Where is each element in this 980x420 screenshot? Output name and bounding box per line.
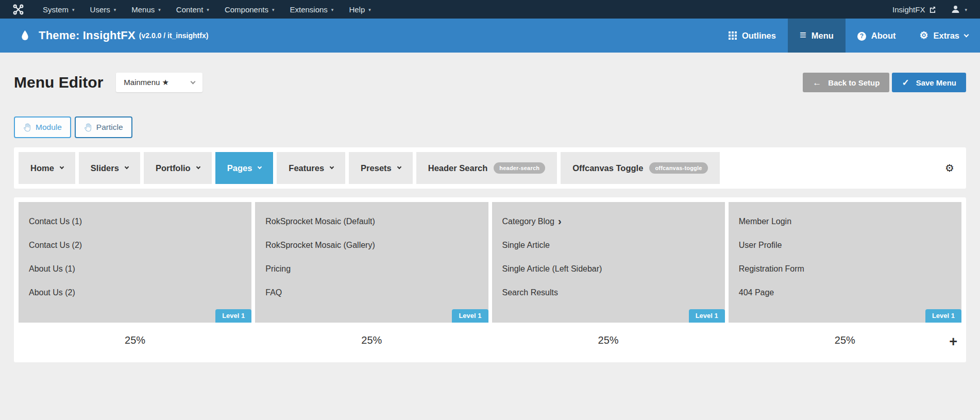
menu-level-panel[interactable]: Category Blog›Single ArticleSingle Artic… — [492, 202, 725, 323]
chevron-down-icon — [125, 165, 129, 169]
admin-menu-system[interactable]: System▾ — [35, 0, 82, 19]
page-title: Menu Editor — [14, 74, 103, 91]
menu-item-about-us-1[interactable]: About Us (1) — [29, 257, 251, 281]
menu-column-4: Member LoginUser ProfileRegistration For… — [729, 202, 961, 358]
column-width-label: 25% — [729, 323, 961, 358]
column-width-label: 25% — [255, 323, 488, 358]
site-preview-link[interactable]: InsightFX — [892, 5, 936, 14]
theme-nav-about[interactable]: ?About — [846, 19, 908, 53]
menu-item-single-article-left-sidebar[interactable]: Single Article (Left Sidebar) — [502, 257, 725, 281]
user-menu[interactable]: ▾ — [951, 5, 967, 13]
menu-item-roksprocket-mosaic-gallery[interactable]: RokSprocket Mosaic (Gallery) — [265, 233, 488, 257]
menu-level-panel[interactable]: Contact Us (1)Contact Us (2)About Us (1)… — [19, 202, 251, 323]
menu-item-label: Single Article (Left Sidebar) — [502, 264, 602, 274]
tab-label: Features — [289, 163, 324, 173]
tab-label: Presets — [361, 163, 392, 173]
menu-tab-bar: HomeSlidersPortfolioPagesFeaturesPresets… — [14, 147, 966, 189]
chevron-down-icon — [60, 165, 64, 169]
menu-item-label: Search Results — [502, 288, 559, 297]
admin-menu-components[interactable]: Components▾ — [217, 0, 282, 19]
save-menu-button[interactable]: ✓ Save Menu — [892, 73, 966, 92]
menu-item-faq[interactable]: FAQ — [265, 281, 488, 305]
tab-offcanvas-toggle[interactable]: Offcanvas Toggleoffcanvas-toggle — [561, 152, 719, 184]
menu-icon: ≡ — [800, 30, 806, 41]
tab-label: Offcanvas Toggle — [572, 163, 643, 173]
tab-particle-badge: header-search — [494, 162, 545, 174]
tab-presets[interactable]: Presets — [349, 152, 413, 184]
back-to-setup-button[interactable]: ← Back to Setup — [803, 73, 889, 92]
admin-menu-label: Components — [225, 5, 268, 14]
admin-menu-menus[interactable]: Menus▾ — [124, 0, 168, 19]
module-drag-button[interactable]: Module — [14, 116, 71, 138]
gear-icon: ⚙ — [920, 30, 928, 41]
chevron-down-icon: ▾ — [72, 7, 75, 12]
menu-item-label: User Profile — [739, 241, 782, 250]
admin-menu-users[interactable]: Users▾ — [82, 0, 124, 19]
menu-item-category-blog[interactable]: Category Blog› — [502, 210, 725, 233]
admin-menu-label: Users — [90, 5, 110, 14]
menu-item-404-page[interactable]: 404 Page — [739, 281, 961, 305]
external-link-icon — [929, 6, 936, 13]
level-badge: Level 1 — [925, 309, 961, 323]
admin-menu-content[interactable]: Content▾ — [168, 0, 217, 19]
menu-item-registration-form[interactable]: Registration Form — [739, 257, 961, 281]
particle-drag-button[interactable]: Particle — [75, 116, 132, 138]
menu-level-panel[interactable]: RokSprocket Mosaic (Default)RokSprocket … — [255, 202, 488, 323]
theme-nav-outlines[interactable]: Outlines — [717, 19, 788, 53]
menu-item-roksprocket-mosaic-default[interactable]: RokSprocket Mosaic (Default) — [265, 210, 488, 233]
menu-item-label: Member Login — [739, 217, 791, 226]
theme-nav-label: Extras — [934, 31, 959, 41]
chevron-down-icon — [964, 32, 969, 37]
admin-menu-help[interactable]: Help▾ — [341, 0, 378, 19]
menu-level-panel[interactable]: Member LoginUser ProfileRegistration For… — [729, 202, 961, 323]
menu-item-about-us-2[interactable]: About Us (2) — [29, 281, 251, 305]
tab-home[interactable]: Home — [19, 152, 75, 184]
theme-nav: Outlines≡Menu?About⚙Extras — [717, 19, 980, 53]
menu-item-search-results[interactable]: Search Results — [502, 281, 725, 305]
admin-top-bar: System▾Users▾Menus▾Content▾Components▾Ex… — [0, 0, 980, 19]
settings-gear-icon[interactable]: ⚙ — [945, 163, 954, 173]
menu-item-label: Contact Us (2) — [29, 241, 82, 250]
admin-menu-label: System — [43, 5, 69, 14]
menu-item-user-profile[interactable]: User Profile — [739, 233, 961, 257]
chevron-down-icon: ▾ — [272, 7, 275, 12]
menu-item-contact-us-1[interactable]: Contact Us (1) — [29, 210, 251, 233]
drag-hand-icon — [23, 123, 31, 132]
grid-icon — [729, 31, 737, 40]
tab-label: Home — [30, 163, 54, 173]
theme-nav-menu[interactable]: ≡Menu — [788, 19, 846, 53]
tab-sliders[interactable]: Sliders — [79, 152, 140, 184]
chevron-down-icon: ▾ — [965, 7, 967, 12]
menu-item-single-article[interactable]: Single Article — [502, 233, 725, 257]
menu-item-label: Single Article — [502, 241, 550, 250]
joomla-logo-icon[interactable] — [13, 4, 24, 15]
tab-pages[interactable]: Pages — [215, 152, 274, 184]
chevron-down-icon: ▾ — [114, 7, 116, 12]
chevron-right-icon: › — [558, 216, 562, 226]
level-badge: Level 1 — [215, 309, 251, 323]
chevron-down-icon: ▾ — [368, 7, 371, 12]
column-width-label: 25% — [19, 323, 251, 358]
theme-nav-extras[interactable]: ⚙Extras — [908, 19, 980, 53]
tab-header-search[interactable]: Header Searchheader-search — [416, 152, 557, 184]
admin-menu-extensions[interactable]: Extensions▾ — [282, 0, 341, 19]
menu-select-value: Mainmenu ★ — [124, 78, 169, 87]
menu-item-member-login[interactable]: Member Login — [739, 210, 961, 233]
chevron-down-icon: ▾ — [331, 7, 334, 12]
add-column-button[interactable]: + — [949, 335, 957, 349]
menu-select-dropdown[interactable]: Mainmenu ★ — [116, 73, 202, 92]
menu-item-contact-us-2[interactable]: Contact Us (2) — [29, 233, 251, 257]
tab-portfolio[interactable]: Portfolio — [144, 152, 212, 184]
admin-menu-label: Content — [176, 5, 204, 14]
menu-columns-container: Contact Us (1)Contact Us (2)About Us (1)… — [14, 197, 966, 362]
menu-item-label: Contact Us (1) — [29, 217, 82, 226]
site-preview-label: InsightFX — [892, 5, 925, 14]
admin-menu-label: Help — [349, 5, 365, 14]
menu-item-label: Pricing — [265, 264, 291, 274]
tab-label: Portfolio — [156, 163, 191, 173]
chevron-down-icon: ▾ — [207, 7, 209, 12]
tab-features[interactable]: Features — [277, 152, 345, 184]
tab-label: Pages — [227, 163, 252, 173]
chevron-down-icon — [397, 165, 401, 169]
menu-item-pricing[interactable]: Pricing — [265, 257, 488, 281]
